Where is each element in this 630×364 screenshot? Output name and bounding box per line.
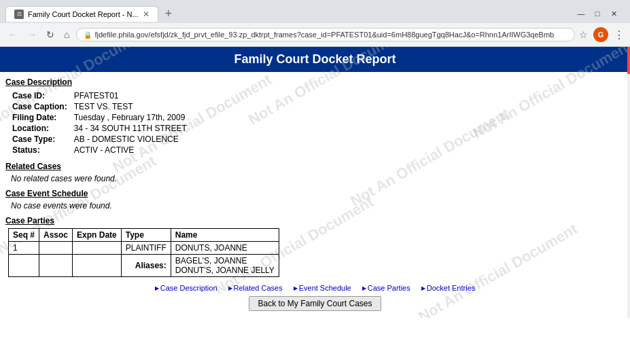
- case-caption-label: Case Caption:: [12, 102, 73, 111]
- home-button[interactable]: ⌂: [61, 28, 72, 41]
- menu-button[interactable]: ⋮: [614, 29, 625, 41]
- maximize-button[interactable]: □: [592, 10, 603, 18]
- nav-link-case-parties[interactable]: Case Parties: [362, 284, 410, 292]
- minimize-button[interactable]: —: [576, 10, 587, 18]
- related-cases-section: Related Cases No related cases were foun…: [5, 162, 625, 183]
- party-type: PLAINTIFF: [121, 242, 171, 255]
- address-bar[interactable]: 🔒 fjdefile.phila.gov/efsfjd/zk_fjd_prvt_…: [76, 28, 575, 41]
- tab-bar: ⚖ Family Court Docket Report - N... ✕ + …: [0, 0, 630, 23]
- case-type-row: Case Type: AB - DOMESTIC VIOLENCE: [12, 134, 187, 144]
- case-parties-section: Case Parties Seq # Assoc Expn Date Type …: [5, 216, 625, 277]
- url-text: fjdefile.phila.gov/efsfjd/zk_fjd_prvt_ef…: [94, 31, 554, 39]
- nav-link-event-schedule-label: Event Schedule: [299, 284, 351, 292]
- related-cases-title: Related Cases: [5, 162, 625, 171]
- party-name: DONUTS, JOANNE: [171, 242, 279, 255]
- filing-date-row: Filing Date: Tuesday , February 17th, 20…: [12, 113, 187, 122]
- nav-links: Case Description Related Cases Event Sch…: [5, 284, 625, 292]
- col-name: Name: [171, 229, 279, 242]
- case-caption-row: Case Caption: TEST VS. TEST: [12, 102, 187, 111]
- window-controls: — □ ✕: [576, 10, 625, 18]
- status-label: Status:: [12, 145, 73, 155]
- address-bar-row: ← → ↻ ⌂ 🔒 fjdefile.phila.gov/efsfjd/zk_f…: [0, 23, 630, 46]
- tab-title: Family Court Docket Report - N...: [28, 10, 139, 18]
- lock-icon: 🔒: [84, 31, 92, 39]
- status-value: ACTIV - ACTIVE: [74, 145, 187, 155]
- alias-1: BAGEL'S, JOANNE: [175, 256, 247, 266]
- nav-link-related-cases[interactable]: Related Cases: [228, 284, 283, 292]
- status-row: Status: ACTIV - ACTIVE: [12, 145, 187, 155]
- alias-empty-3: [73, 255, 122, 277]
- case-parties-title: Case Parties: [5, 216, 625, 225]
- case-description-title: Case Description: [5, 77, 625, 87]
- browser-chrome: ⚖ Family Court Docket Report - N... ✕ + …: [0, 0, 630, 47]
- filing-date-label: Filing Date:: [12, 113, 73, 122]
- tab-close-button[interactable]: ✕: [143, 10, 150, 19]
- alias-empty-1: [9, 255, 39, 277]
- nav-link-case-parties-label: Case Parties: [368, 284, 410, 292]
- aliases-row: Aliases: BAGEL'S, JOANNE DONUT'S, JOANNE…: [9, 255, 279, 277]
- location-row: Location: 34 - 34 SOUTH 11TH STREET: [12, 124, 187, 133]
- alias-empty-2: [39, 255, 73, 277]
- back-to-cases-button[interactable]: Back to My Family Court Cases: [249, 296, 381, 311]
- reload-button[interactable]: ↻: [43, 28, 57, 41]
- tab-favicon: ⚖: [14, 10, 24, 19]
- nav-link-case-description-label: Case Description: [160, 284, 217, 292]
- new-tab-button[interactable]: +: [161, 7, 177, 21]
- parties-table-header-row: Seq # Assoc Expn Date Type Name: [9, 229, 279, 242]
- case-description-section: Case Description Case ID: PFATEST01 Case…: [5, 77, 625, 156]
- case-event-no-results: No case events were found.: [11, 201, 625, 211]
- active-tab[interactable]: ⚖ Family Court Docket Report - N... ✕: [5, 6, 158, 22]
- profile-button[interactable]: G: [593, 27, 608, 42]
- alias-label: Aliases:: [121, 255, 171, 277]
- case-event-section: Case Event Schedule No case events were …: [5, 189, 625, 211]
- case-caption-value: TEST VS. TEST: [74, 102, 187, 111]
- scroll-thumb[interactable]: [627, 47, 630, 74]
- case-id-label: Case ID:: [12, 91, 73, 101]
- forward-nav-button[interactable]: →: [24, 28, 39, 41]
- party-expn-date: [73, 242, 122, 255]
- back-button-container: Back to My Family Court Cases: [5, 296, 625, 311]
- bookmark-icon[interactable]: ☆: [579, 29, 588, 40]
- col-type: Type: [121, 229, 171, 242]
- related-cases-no-results: No related cases were found.: [11, 174, 625, 183]
- filing-date-value: Tuesday , February 17th, 2009: [74, 113, 187, 122]
- nav-link-related-cases-label: Related Cases: [234, 284, 283, 292]
- nav-link-case-description[interactable]: Case Description: [155, 284, 217, 292]
- case-event-title: Case Event Schedule: [5, 189, 625, 198]
- alias-2: DONUT'S, JOANNE JELLY: [175, 266, 275, 275]
- party-assoc: [39, 242, 73, 255]
- case-type-value: AB - DOMESTIC VIOLENCE: [74, 134, 187, 144]
- page-content: Not An Official Document Not An Official…: [0, 47, 630, 318]
- col-expn-date: Expn Date: [73, 229, 122, 242]
- party-seq: 1: [9, 242, 39, 255]
- case-parties-table: Seq # Assoc Expn Date Type Name 1 PLAINT…: [8, 228, 279, 277]
- report-header: Family Court Docket Report: [0, 47, 630, 72]
- page-inner: Case Description Case ID: PFATEST01 Case…: [0, 77, 630, 318]
- nav-link-docket-entries-label: Docket Entries: [427, 284, 476, 292]
- report-title: Family Court Docket Report: [234, 52, 396, 66]
- close-window-button[interactable]: ✕: [608, 10, 619, 18]
- alias-values: BAGEL'S, JOANNE DONUT'S, JOANNE JELLY: [171, 255, 279, 277]
- nav-link-event-schedule[interactable]: Event Schedule: [294, 284, 351, 292]
- case-id-value: PFATEST01: [74, 91, 187, 101]
- case-id-row: Case ID: PFATEST01: [12, 91, 187, 101]
- toolbar-right: ☆ G ⋮: [579, 27, 625, 42]
- location-label: Location:: [12, 124, 73, 133]
- party-row-1: 1 PLAINTIFF DONUTS, JOANNE: [9, 242, 279, 255]
- location-value: 34 - 34 SOUTH 11TH STREET: [74, 124, 187, 133]
- back-nav-button[interactable]: ←: [5, 28, 20, 41]
- nav-link-docket-entries[interactable]: Docket Entries: [421, 284, 476, 292]
- col-seq: Seq #: [9, 229, 39, 242]
- case-type-label: Case Type:: [12, 134, 73, 144]
- case-description-table: Case ID: PFATEST01 Case Caption: TEST VS…: [11, 90, 188, 156]
- col-assoc: Assoc: [39, 229, 73, 242]
